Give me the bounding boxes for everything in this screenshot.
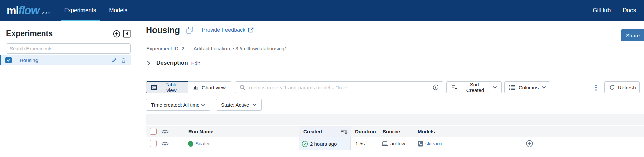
experiment-name[interactable]: Housing xyxy=(20,57,38,63)
row-checkbox[interactable] xyxy=(150,140,157,147)
time-created-label: Time created: All time xyxy=(151,102,200,108)
column-divider xyxy=(351,126,351,137)
column-header-models[interactable]: Models xyxy=(418,129,435,134)
chevron-down-icon xyxy=(493,86,497,89)
run-search-box xyxy=(235,81,443,93)
select-all-checkbox[interactable] xyxy=(150,128,157,135)
overflow-menu-icon xyxy=(595,87,597,88)
artifact-location-label: Artifact Location: xyxy=(194,46,232,51)
page-title: Housing xyxy=(146,25,180,35)
source-value: airflow xyxy=(390,141,405,147)
model-icon xyxy=(418,141,423,147)
tab-experiments[interactable]: Experiments xyxy=(60,0,100,21)
expand-icon xyxy=(147,61,150,66)
sort-descending-icon[interactable] xyxy=(341,129,348,135)
refresh-button[interactable]: Refresh xyxy=(604,81,640,93)
run-name-link[interactable]: Scaler xyxy=(195,141,210,147)
runs-table-header: Run Name Created Duration Source Models xyxy=(146,126,644,137)
duration-value: 1.5s xyxy=(355,141,365,147)
artifact-location-value: s3://mlflowdatahousing/ xyxy=(233,46,286,51)
expand-description-button[interactable] xyxy=(147,61,150,66)
state-filter-label: State: Active xyxy=(221,102,249,108)
sort-icon xyxy=(451,85,458,90)
external-link-icon xyxy=(248,27,254,33)
view-toggle: Table view Chart view xyxy=(146,81,231,93)
columns-dropdown[interactable]: Columns xyxy=(504,81,550,93)
logo-text-flow: flow xyxy=(18,4,39,17)
experiment-id: Experiment ID: 2 xyxy=(146,46,184,51)
column-header-created[interactable]: Created xyxy=(303,129,322,134)
time-created-filter[interactable]: Time created: All time xyxy=(146,99,210,111)
navbar-tabs: Experiments Models xyxy=(58,0,134,21)
state-filter[interactable]: State: Active xyxy=(216,99,262,111)
table-top-band xyxy=(146,114,644,125)
visibility-icon[interactable] xyxy=(161,129,169,134)
source-icon xyxy=(381,141,388,147)
sidebar-item-housing[interactable]: Housing xyxy=(0,55,131,65)
sort-dropdown[interactable]: Sort: Created xyxy=(446,81,502,93)
copy-experiment-button[interactable] xyxy=(186,26,194,34)
delete-icon xyxy=(121,58,126,63)
sidebar-title: Experiments xyxy=(6,29,53,38)
experiment-id-label: Experiment ID: xyxy=(146,46,180,51)
chevron-down-icon xyxy=(252,103,257,106)
columns-icon xyxy=(509,85,516,90)
collapse-sidebar-icon xyxy=(123,30,131,38)
refresh-icon xyxy=(609,85,615,90)
search-experiments-input[interactable] xyxy=(6,43,131,54)
table-view-button[interactable]: Table view xyxy=(146,81,188,93)
column-header-duration[interactable]: Duration xyxy=(355,129,376,134)
table-view-icon xyxy=(151,85,157,90)
collapse-sidebar-button[interactable] xyxy=(123,30,131,38)
filter-row: Time created: All time State: Active xyxy=(146,99,262,111)
experiment-checkbox-checked[interactable] xyxy=(5,57,12,63)
search-icon xyxy=(239,84,245,90)
refresh-label: Refresh xyxy=(618,85,636,90)
tab-models[interactable]: Models xyxy=(104,0,132,21)
add-experiment-button[interactable] xyxy=(113,30,121,38)
overflow-menu-icon xyxy=(595,85,597,86)
created-cell: 2 hours ago xyxy=(302,141,337,147)
chart-view-label: Chart view xyxy=(202,85,226,90)
provide-feedback-label: Provide Feedback xyxy=(202,27,245,33)
column-header-source[interactable]: Source xyxy=(383,129,400,134)
toolbar-divider xyxy=(146,96,644,96)
finished-icon xyxy=(302,141,308,147)
runs-toolbar: Table view Chart view Sort: Created xyxy=(146,81,644,93)
models-cell: sklearn xyxy=(418,141,442,147)
rename-experiment-button[interactable] xyxy=(111,58,117,63)
add-column-icon xyxy=(526,140,533,148)
run-row[interactable]: Scaler 2 hours ago 1.5s airflow sklearn xyxy=(146,137,563,150)
add-column-cell xyxy=(496,137,563,150)
description-label: Description xyxy=(156,60,188,66)
column-header-run-name[interactable]: Run Name xyxy=(188,129,213,134)
github-link[interactable]: GitHub xyxy=(593,7,611,14)
sort-label: Sort: Created xyxy=(461,82,490,93)
logo-text-ml: ml xyxy=(7,5,18,17)
docs-link[interactable]: Docs xyxy=(623,7,636,14)
add-column-button[interactable] xyxy=(526,140,533,148)
info-icon[interactable] xyxy=(433,84,439,90)
artifact-location: Artifact Location: s3://mlflowdatahousin… xyxy=(194,46,286,51)
provide-feedback-link[interactable]: Provide Feedback xyxy=(202,27,254,33)
version-label: 2.3.2 xyxy=(42,11,50,15)
overflow-menu-button[interactable] xyxy=(594,84,598,92)
model-link[interactable]: sklearn xyxy=(425,141,442,147)
source-cell: airflow xyxy=(381,141,405,147)
experiments-sidebar: Experiments Housing xyxy=(0,21,139,157)
navbar-links: GitHub Docs xyxy=(593,7,636,14)
chart-view-icon xyxy=(193,85,199,90)
run-search-input[interactable] xyxy=(248,84,430,91)
experiment-id-value: 2 xyxy=(181,46,184,51)
share-button[interactable]: Share xyxy=(621,29,644,41)
edit-icon xyxy=(111,58,117,63)
chevron-down-icon xyxy=(542,86,546,89)
copy-icon xyxy=(186,26,194,34)
delete-experiment-button[interactable] xyxy=(121,58,126,63)
top-navbar: mlflow 2.3.2 Experiments Models GitHub D… xyxy=(0,0,644,21)
table-view-label: Table view xyxy=(160,82,183,93)
visibility-icon[interactable] xyxy=(161,141,169,147)
description-edit-link[interactable]: Edit xyxy=(191,60,200,66)
mlflow-logo: mlflow 2.3.2 xyxy=(7,4,50,17)
chart-view-button[interactable]: Chart view xyxy=(188,81,231,93)
